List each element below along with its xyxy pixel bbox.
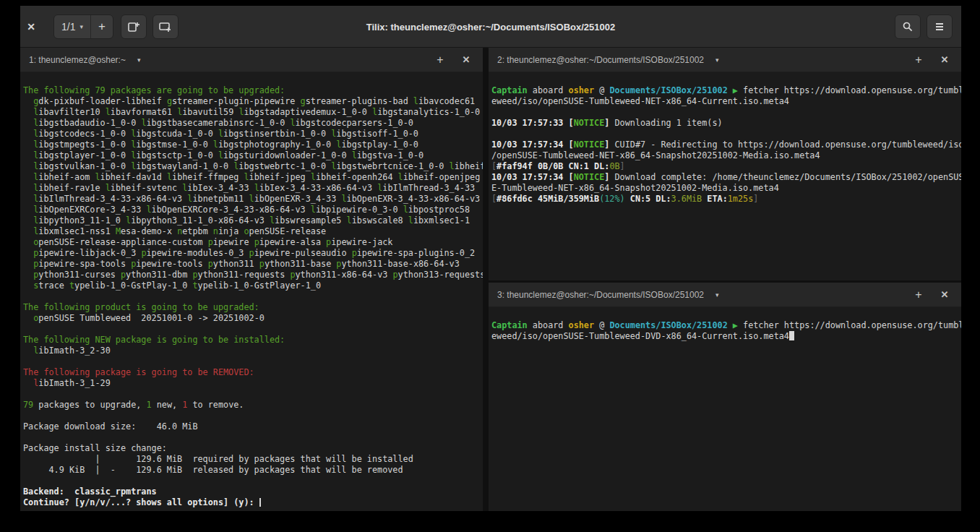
pane-3-title-button[interactable]: 3: theunclemez@osher:~/Documents/ISOBox/… <box>497 290 719 300</box>
terminal-line: Continue? [y/n/v/...? shows all options]… <box>23 497 483 508</box>
add-terminal-right-icon <box>127 20 140 33</box>
terminal-line: pipewire-spa-tools pipewire-tools python… <box>23 259 483 270</box>
close-icon: ✕ <box>27 21 35 33</box>
chevron-down-icon: ▾ <box>79 23 83 30</box>
terminal-line <box>23 291 483 302</box>
terminal-line: 10/03 17:57:33 [NOTICE] Downloading 1 it… <box>491 118 961 129</box>
terminal-line: libgstmpegts-1_0-0 libgstmse-1_0-0 libgs… <box>23 140 483 150</box>
pane-2-title: 2: theunclemez@osher:~/Documents/ISOBox/… <box>497 55 704 65</box>
terminal-line: libgstvulkan-1_0-0 libgstwayland-1_0-0 l… <box>23 161 483 172</box>
terminal-line: The following 79 packages are going to b… <box>23 85 483 96</box>
terminal-line: The following NEW package is going to be… <box>23 335 483 346</box>
split-down-button[interactable] <box>152 14 179 39</box>
terminal-line: | 129.6 MiB required by packages that wi… <box>23 454 483 465</box>
terminal-line: 10/03 17:57:34 [NOTICE] CUID#7 - Redirec… <box>491 140 961 150</box>
close-icon: ✕ <box>463 54 470 65</box>
terminal-line: libgstcodecs-1_0-0 libgstcuda-1_0-0 libg… <box>23 129 483 140</box>
terminal-line: libavfilter10 libavformat61 libavutil59 … <box>23 107 483 118</box>
plus-icon: + <box>915 288 921 301</box>
terminal-line: pipewire-libjack-0_3 pipewire-modules-0_… <box>23 248 483 259</box>
terminal-1[interactable]: The following 79 packages are going to b… <box>20 72 483 511</box>
terminal-line: libImath-3_2-30 <box>23 346 483 356</box>
terminal-line <box>23 389 483 400</box>
plus-icon: + <box>437 53 443 66</box>
pane-2-title-button[interactable]: 2: theunclemez@osher:~/Documents/ISOBox/… <box>497 55 719 65</box>
terminal-line: The following package is going to be REM… <box>23 367 483 378</box>
tilix-window: ✕ 1/1 ▾ + Tilix: theuncleme <box>20 6 961 511</box>
terminal-line: /openSUSE-Tumbleweed-NET-x86_64-Snapshot… <box>491 150 961 161</box>
terminal-line: 4.9 KiB | - 129.6 MiB released by packag… <box>23 465 483 476</box>
vertical-pane-divider[interactable] <box>483 48 489 511</box>
chevron-down-icon: ▾ <box>715 56 719 64</box>
pane-2-add-button[interactable]: + <box>911 53 927 66</box>
terminal-line <box>491 129 961 140</box>
terminal-line: python311-curses python311-dbm python311… <box>23 270 483 280</box>
session-controls: 1/1 ▾ + <box>53 14 113 39</box>
pane-2-close-button[interactable]: ✕ <box>937 54 953 65</box>
terminal-line: [#faf94f 0B/0B CN:1 DL:0B] <box>491 161 961 172</box>
terminal-line: Package install size change: <box>23 443 483 454</box>
close-icon: ✕ <box>941 54 949 65</box>
right-column: 2: theunclemez@osher:~/Documents/ISOBox/… <box>489 48 961 511</box>
pane-1-close-button[interactable]: ✕ <box>458 54 474 65</box>
pane-1-title-button[interactable]: 1: theunclemez@osher:~ ▾ <box>29 55 140 65</box>
pane-2: 2: theunclemez@osher:~/Documents/ISOBox/… <box>489 48 961 280</box>
add-terminal-down-icon <box>159 20 172 33</box>
terminal-line: libIlmThread-3_4-33-x86-64-v3 libnetpbm1… <box>23 194 483 205</box>
terminal-3[interactable]: Captain aboard osher @ Documents/ISOBox/… <box>489 307 961 511</box>
session-counter: 1/1 <box>61 21 75 33</box>
terminal-line: openSUSE Tumbleweed 20251001-0 -> 202510… <box>23 313 483 324</box>
new-session-button[interactable]: + <box>90 15 113 38</box>
terminal-line: eweed/iso/openSUSE-Tumbleweed-NET-x86_64… <box>491 96 961 107</box>
terminal-2[interactable]: Captain aboard osher @ Documents/ISOBox/… <box>489 72 961 280</box>
chevron-down-icon: ▾ <box>715 291 719 299</box>
terminal-line: openSUSE-release-appliance-custom pipewi… <box>23 237 483 248</box>
header-bar: ✕ 1/1 ▾ + Tilix: theuncleme <box>20 6 961 48</box>
terminal-line: 10/03 17:57:34 [NOTICE] Download complet… <box>491 172 961 183</box>
terminal-line <box>23 476 483 486</box>
pane-1: 1: theunclemez@osher:~ ▾ + ✕ The followi… <box>20 48 483 511</box>
terminal-line: strace typelib-1_0-GstPlay-1_0 typelib-1… <box>23 280 483 291</box>
terminal-line: [#86fd6c 45MiB/359MiB(12%) CN:5 DL:3.6Mi… <box>491 194 961 205</box>
terminal-line: libImath-3_1-29 <box>23 378 483 389</box>
pane-2-titlebar: 2: theunclemez@osher:~/Documents/ISOBox/… <box>489 48 961 72</box>
terminal-line: libheif-rav1e libheif-svtenc libIex-3_4-… <box>23 183 483 194</box>
pane-1-title: 1: theunclemez@osher:~ <box>29 55 126 65</box>
terminal-line: Captain aboard osher @ Documents/ISOBox/… <box>491 85 961 96</box>
terminal-line: libOpenEXRCore-3_4-33 libOpenEXRCore-3_4… <box>23 205 483 215</box>
search-icon <box>902 21 914 33</box>
split-right-button[interactable] <box>121 14 147 39</box>
terminal-line <box>23 432 483 443</box>
panes-container: 1: theunclemez@osher:~ ▾ + ✕ The followi… <box>20 48 961 511</box>
pane-3-title: 3: theunclemez@osher:~/Documents/ISOBox/… <box>497 290 704 300</box>
terminal-line: Package download size: 46.0 MiB <box>23 421 483 432</box>
terminal-line <box>23 411 483 421</box>
pane-3-close-button[interactable]: ✕ <box>937 289 953 300</box>
terminal-line <box>23 324 483 335</box>
plus-icon: + <box>915 53 921 66</box>
pane-1-add-button[interactable]: + <box>432 53 448 66</box>
menu-button[interactable] <box>927 14 953 39</box>
terminal-line: libgstplayer-1_0-0 libgstsctp-1_0-0 libg… <box>23 150 483 161</box>
terminal-line: gdk-pixbuf-loader-libheif gstreamer-plug… <box>23 96 483 107</box>
terminal-line: The following product is going to be upg… <box>23 302 483 313</box>
search-button[interactable] <box>895 14 921 39</box>
plus-icon: + <box>98 20 106 33</box>
close-icon: ✕ <box>941 289 949 300</box>
terminal-line: eweed/iso/openSUSE-Tumbleweed-DVD-x86_64… <box>491 331 961 342</box>
terminal-line <box>23 356 483 367</box>
pane-1-titlebar: 1: theunclemez@osher:~ ▾ + ✕ <box>20 48 483 72</box>
hamburger-icon <box>934 22 945 31</box>
terminal-line: E-Tumbleweed-NET-x86_64-Snapshot20251002… <box>491 183 961 194</box>
window-title: Tilix: theunclemez@osher:~/Documents/ISO… <box>366 21 615 32</box>
terminal-line: libpython3_11-1_0 libpython3_11-1_0-x86-… <box>23 215 483 226</box>
terminal-line: Backend: classic_rpmtrans <box>23 486 483 497</box>
session-selector-button[interactable]: 1/1 ▾ <box>54 15 90 38</box>
pane-3-add-button[interactable]: + <box>911 288 927 301</box>
terminal-line: 79 packages to upgrade, 1 new, 1 to remo… <box>23 400 483 411</box>
close-window-button[interactable]: ✕ <box>20 14 42 39</box>
pane-3-titlebar: 3: theunclemez@osher:~/Documents/ISOBox/… <box>489 283 961 307</box>
chevron-down-icon: ▾ <box>137 56 141 64</box>
terminal-line: libheif-aom libheif-dav1d libheif-ffmpeg… <box>23 172 483 183</box>
terminal-line: libgstbadaudio-1_0-0 libgstbasecamerabin… <box>23 118 483 129</box>
